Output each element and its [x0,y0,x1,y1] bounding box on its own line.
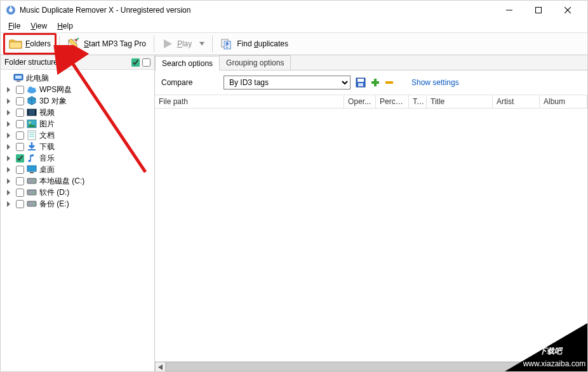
play-button[interactable]: Play [157,34,210,53]
titlebar: Music Duplicate Remover X - Unregistered… [1,1,587,20]
remove-icon[interactable] [385,78,394,87]
cloud-icon [27,84,37,95]
svg-rect-2 [10,6,11,9]
compare-select[interactable]: By ID3 tags [224,76,351,90]
expand-icon[interactable] [6,190,13,196]
col-artist[interactable]: Artist [493,95,540,108]
compare-label: Compare [161,78,218,87]
tree-root-label: 此电脑 [26,73,49,84]
tree-item[interactable]: 备份 (E:) [2,198,153,209]
svg-rect-19 [27,109,29,116]
expand-icon[interactable] [6,156,13,161]
results-grid[interactable] [155,109,587,361]
col-t[interactable]: T... [409,95,427,108]
dropdown-icon [199,42,204,46]
svg-rect-38 [357,79,364,82]
toolbar-separator [212,36,213,52]
col-operation[interactable]: Oper... [344,95,376,108]
window-title: Music Duplicate Remover X - Unregistered… [20,6,495,15]
menu-help[interactable]: Help [53,20,77,32]
tree-root[interactable]: 此电脑 [2,72,153,84]
expand-icon[interactable] [6,201,13,207]
svg-point-11 [227,47,228,48]
svg-rect-39 [358,83,363,86]
tree-item-checkbox[interactable] [16,166,24,174]
drive-icon [27,187,37,197]
folders-button[interactable]: Folders [3,33,57,55]
folder-icon [9,38,23,50]
tree-item-checkbox[interactable] [16,120,24,128]
col-percent[interactable]: Percent [376,95,409,108]
folder-tree[interactable]: 此电脑 WPS网盘3D 对象视频图片文档下载音乐桌面本地磁盘 (C:)软件 (D… [1,70,154,372]
tree-item-checkbox[interactable] [16,109,24,117]
show-settings-link[interactable]: Show settings [411,78,459,87]
scrollbar-thumb[interactable] [166,362,535,371]
tree-item[interactable]: 桌面 [2,164,153,175]
folder-structure-header: Folder structure [1,55,154,70]
menu-file[interactable]: File [4,20,24,32]
toolbar: Folders Start MP3 Tag Pro Play Find dupl… [1,32,587,55]
tree-item-checkbox[interactable] [16,154,24,163]
select-all-checkbox[interactable] [131,58,140,67]
folder-structure-label: Folder structure [4,58,58,67]
maximize-button[interactable] [524,1,553,20]
desktop-icon [27,164,37,175]
add-icon[interactable] [371,78,380,87]
tab-search-options[interactable]: Search options [155,56,220,70]
expand-icon[interactable] [6,144,13,150]
tree-item[interactable]: 3D 对象 [2,95,153,107]
tree-item[interactable]: 软件 (D:) [2,187,153,198]
tree-item-label: 软件 (D:) [39,187,69,198]
tree-item[interactable]: 图片 [2,118,153,130]
music-icon [27,153,37,163]
tree-item-checkbox[interactable] [16,189,24,197]
toolbar-separator [154,36,154,52]
tree-item-checkbox[interactable] [16,143,24,151]
tree-item[interactable]: 文档 [2,130,153,141]
select-none-checkbox[interactable] [142,58,150,67]
horizontal-scrollbar[interactable] [155,361,587,372]
expand-icon[interactable] [6,121,13,127]
folders-label: Folders [25,39,51,48]
computer-icon [13,73,23,83]
tree-item[interactable]: 音乐 [2,152,153,164]
svg-rect-30 [30,172,34,173]
close-button[interactable] [553,1,582,20]
picture-icon [27,119,37,129]
tree-item-checkbox[interactable] [16,86,24,94]
menu-view[interactable]: View [27,20,51,32]
play-label: Play [177,39,192,48]
col-title[interactable]: Title [427,95,493,108]
tree-item-checkbox[interactable] [16,177,24,185]
scroll-right-icon[interactable] [577,362,587,373]
expand-icon[interactable] [6,110,13,116]
tree-item-checkbox[interactable] [16,131,24,140]
svg-rect-29 [27,166,36,171]
svg-rect-20 [35,109,36,116]
expand-icon[interactable] [6,167,13,173]
svg-point-32 [34,180,35,182]
tree-item-label: WPS网盘 [39,84,72,95]
tree-item-checkbox[interactable] [16,200,24,208]
tree-item[interactable]: WPS网盘 [2,84,153,95]
col-album[interactable]: Album [540,95,587,108]
scroll-left-icon[interactable] [155,362,166,373]
expand-icon[interactable] [6,98,13,104]
tab-grouping-options[interactable]: Grouping options [219,55,291,70]
tree-item-checkbox[interactable] [16,97,24,105]
expand-icon[interactable] [6,178,13,184]
start-mp3-tag-pro-button[interactable]: Start MP3 Tag Pro [62,34,151,53]
menubar: File View Help [1,20,587,32]
svg-rect-4 [536,8,542,13]
find-duplicates-button[interactable]: Find duplicates [215,34,293,53]
tree-item[interactable]: 下载 [2,141,153,152]
tree-item-label: 图片 [39,119,55,130]
expand-icon[interactable] [6,133,13,138]
tree-item[interactable]: 本地磁盘 (C:) [2,175,153,187]
scrollbar-track[interactable] [166,362,577,373]
save-icon[interactable] [356,77,366,88]
tree-item[interactable]: 视频 [2,107,153,118]
col-filepath[interactable]: File path [155,95,344,108]
expand-icon[interactable] [6,87,13,93]
minimize-button[interactable] [495,1,524,20]
